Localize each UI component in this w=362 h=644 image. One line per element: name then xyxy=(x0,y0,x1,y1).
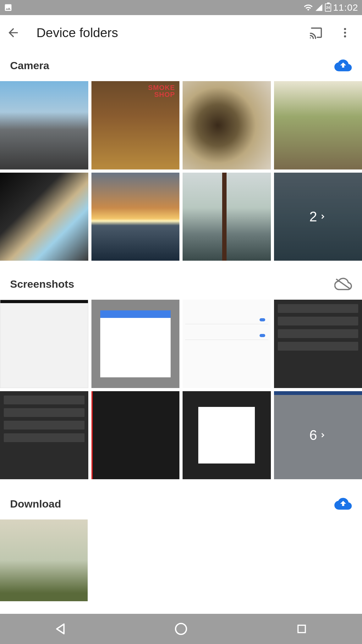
screenshot-thumbnail[interactable] xyxy=(183,300,271,388)
backup-on-icon[interactable] xyxy=(334,59,352,72)
screenshot-thumbnail[interactable] xyxy=(0,300,88,388)
photo-thumbnail[interactable] xyxy=(183,81,271,169)
nav-home-button[interactable] xyxy=(172,620,190,638)
cell-signal-icon xyxy=(315,3,323,12)
section-header-download[interactable]: Download xyxy=(0,484,362,519)
screenshot-thumbnail-more[interactable]: 6 xyxy=(274,391,362,480)
svg-point-0 xyxy=(344,28,346,30)
photo-thumbnail[interactable] xyxy=(0,173,88,261)
section-title: Screenshots xyxy=(10,278,74,290)
photo-thumbnail[interactable] xyxy=(183,173,271,261)
svg-point-4 xyxy=(176,624,187,635)
photo-thumbnail[interactable] xyxy=(0,519,88,601)
screenshot-thumbnail[interactable] xyxy=(0,391,88,480)
screenshot-thumbnail[interactable] xyxy=(183,391,271,480)
page-title: Device folders xyxy=(36,25,309,40)
screenshot-thumbnail[interactable] xyxy=(91,391,180,480)
image-notification-icon xyxy=(4,3,13,12)
section-header-camera[interactable]: Camera xyxy=(0,50,362,81)
battery-level-text: 24 xyxy=(326,6,330,9)
back-button[interactable] xyxy=(6,25,21,40)
download-grid xyxy=(0,519,362,557)
backup-on-icon[interactable] xyxy=(334,497,352,510)
section-title: Download xyxy=(10,498,61,510)
section-title: Camera xyxy=(10,59,49,72)
nav-recents-button[interactable] xyxy=(293,620,310,638)
photo-thumbnail[interactable] xyxy=(91,81,180,169)
photo-thumbnail[interactable] xyxy=(91,173,180,261)
cast-button[interactable] xyxy=(309,25,324,40)
screenshot-thumbnail[interactable] xyxy=(91,300,180,388)
svg-point-1 xyxy=(344,32,346,34)
photo-thumbnail[interactable] xyxy=(274,81,362,169)
backup-off-icon[interactable] xyxy=(334,278,352,290)
app-bar: Device folders xyxy=(0,15,362,50)
screenshots-grid: 6 xyxy=(0,300,362,484)
photo-thumbnail-more[interactable]: 2 xyxy=(274,173,362,261)
more-count: 2 xyxy=(310,209,317,225)
section-header-screenshots[interactable]: Screenshots xyxy=(0,265,362,300)
camera-grid: 2 xyxy=(0,81,362,265)
wifi-icon xyxy=(304,3,313,12)
nav-back-button[interactable] xyxy=(52,620,69,638)
screenshot-thumbnail[interactable] xyxy=(274,300,362,388)
svg-point-2 xyxy=(344,35,346,37)
battery-icon: 24 xyxy=(325,3,331,12)
overflow-menu-button[interactable] xyxy=(337,25,353,40)
photo-thumbnail[interactable] xyxy=(0,81,88,169)
status-time: 11:02 xyxy=(333,2,358,13)
more-count: 6 xyxy=(310,427,317,443)
navigation-bar xyxy=(0,614,362,644)
status-bar: 24 11:02 xyxy=(0,0,362,15)
svg-rect-5 xyxy=(298,625,305,632)
